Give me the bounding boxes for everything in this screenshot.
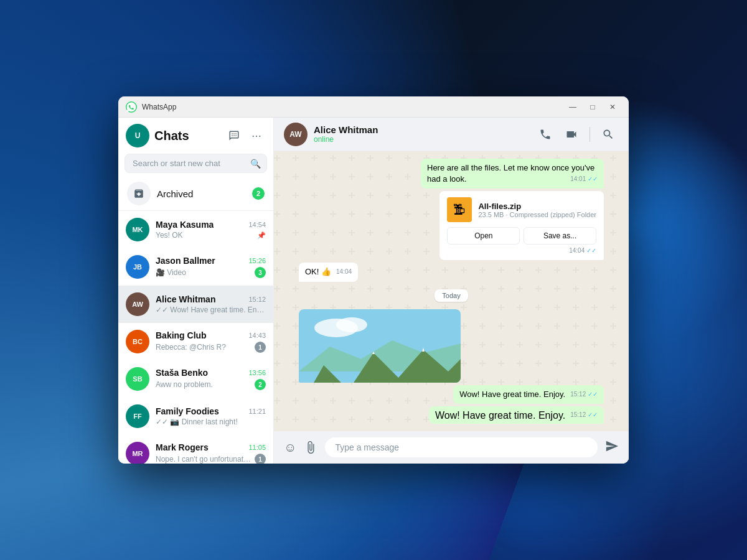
chat-bottom: Aww no problem. 2 <box>156 379 266 390</box>
chat-time: 14:43 <box>248 332 266 339</box>
chat-avatar: FF <box>126 404 149 428</box>
file-size: 23.5 MB · Compressed (zipped) Folder <box>478 211 596 218</box>
search-chat-button[interactable] <box>598 124 619 145</box>
chat-item-jason-ballmer[interactable]: JB Jason Ballmer 15:26 🎥 Video 3 <box>118 248 273 286</box>
chat-header: AW Alice Whitman online <box>274 118 629 151</box>
chat-item-alice-whitman[interactable]: AW Alice Whitman 15:12 ✓✓ Wow! Have grea… <box>118 286 273 323</box>
message-text: Wow! Have great time. Enjoy. <box>459 390 565 399</box>
chat-top: Family Foodies 11:21 <box>156 406 266 416</box>
search-box: 🔍 <box>125 154 267 173</box>
dots-icon: ⋯ <box>251 130 261 142</box>
chat-item-family-foodies[interactable]: FF Family Foodies 11:21 ✓✓ 📷 Dinner last… <box>118 398 273 435</box>
contact-status: online <box>314 135 529 144</box>
voice-call-button[interactable] <box>535 124 556 145</box>
chat-top: Baking Club 14:43 <box>156 330 266 340</box>
message-text: Here are all the files. Let me know once… <box>427 163 594 184</box>
file-actions: Open Save as... <box>447 227 596 245</box>
title-bar: WhatsApp — □ ✕ <box>118 96 629 118</box>
open-file-button[interactable]: Open <box>447 227 520 245</box>
maximize-button[interactable]: □ <box>584 100 601 114</box>
archive-icon <box>127 182 151 205</box>
chat-avatar: MR <box>126 442 149 464</box>
chat-name: Mark Rogers <box>156 442 209 452</box>
header-divider <box>590 127 590 142</box>
sidebar-actions: ⋯ <box>225 126 266 145</box>
user-avatar[interactable]: U <box>126 124 149 147</box>
whatsapp-window: WhatsApp — □ ✕ U Chats ⋯ <box>118 96 629 464</box>
emoji-button[interactable]: ☺ <box>284 441 296 455</box>
chat-name: Maya Kasuma <box>156 220 214 230</box>
chat-time: 14:54 <box>248 221 266 228</box>
contact-avatar[interactable]: AW <box>284 123 308 146</box>
chat-bottom: Yes! OK 📌 <box>156 231 266 240</box>
chat-bottom: ✓✓ Wow! Have great time. Enjoy. <box>156 306 266 314</box>
pin-icon: 📌 <box>257 231 266 240</box>
chat-content: Mark Rogers 11:05 Nope. I can't go unfor… <box>156 442 266 464</box>
chat-top: Staša Benko 13:56 <box>156 368 266 378</box>
search-input[interactable] <box>125 154 267 173</box>
message-input[interactable] <box>325 437 598 457</box>
photo-message: So beautiful here! 15:06 ❤️ <box>299 309 461 383</box>
file-info: All-files.zip 23.5 MB · Compressed (zipp… <box>478 202 596 218</box>
chat-content: Alice Whitman 15:12 ✓✓ Wow! Have great t… <box>156 294 266 314</box>
new-chat-button[interactable] <box>225 126 243 145</box>
unread-badge: 1 <box>255 454 266 464</box>
window-title: WhatsApp <box>142 103 564 111</box>
sidebar-header: U Chats ⋯ <box>118 118 273 151</box>
archived-row[interactable]: Archived 2 <box>118 177 273 211</box>
file-header: 🗜 All-files.zip 23.5 MB · Compressed (zi… <box>447 197 596 222</box>
chat-name: Alice Whitman <box>156 294 215 304</box>
contact-info: Alice Whitman online <box>314 124 529 144</box>
messages-area: Here are all the files. Let me know once… <box>274 151 629 431</box>
message-time: 15:12 ✓✓ <box>570 390 598 399</box>
message-time: 15:12 ✓✓ <box>570 411 598 418</box>
chat-time: 11:21 <box>248 408 266 415</box>
chat-content: Maya Kasuma 14:54 Yes! OK 📌 <box>156 220 266 240</box>
chat-item-baking-club[interactable]: BC Baking Club 14:43 Rebecca: @Chris R? … <box>118 323 273 360</box>
chat-preview: 🎥 Video <box>156 268 252 277</box>
app-body: U Chats ⋯ 🔍 <box>118 118 629 464</box>
chat-name: Jason Ballmer <box>156 256 215 266</box>
chat-top: Maya Kasuma 14:54 <box>156 220 266 230</box>
window-controls: — □ ✕ <box>564 100 621 114</box>
message-input-area: ☺ <box>274 431 629 464</box>
file-message: 🗜 All-files.zip 23.5 MB · Compressed (zi… <box>439 191 604 260</box>
chat-top: Jason Ballmer 15:26 <box>156 256 266 266</box>
close-button[interactable]: ✕ <box>604 100 621 114</box>
chat-item-mark-rogers[interactable]: MR Mark Rogers 11:05 Nope. I can't go un… <box>118 435 273 464</box>
chat-item-maya-kasuma[interactable]: MK Maya Kasuma 14:54 Yes! OK 📌 <box>118 211 273 248</box>
archived-label: Archived <box>157 189 246 199</box>
chat-preview: ✓✓ 📷 Dinner last night! <box>156 418 266 426</box>
save-file-button[interactable]: Save as... <box>524 227 596 245</box>
file-name: All-files.zip <box>478 202 596 211</box>
attach-button[interactable] <box>304 441 317 454</box>
chat-preview: Yes! OK <box>156 231 257 240</box>
chat-preview: Rebecca: @Chris R? <box>156 343 252 352</box>
unread-badge: 2 <box>255 379 266 390</box>
chat-bottom: Rebecca: @Chris R? 1 <box>156 342 266 353</box>
chat-name: Baking Club <box>156 330 207 340</box>
file-type-icon: 🗜 <box>447 197 472 222</box>
chat-content: Jason Ballmer 15:26 🎥 Video 3 <box>156 256 266 278</box>
date-divider: Today <box>299 289 604 302</box>
video-call-button[interactable] <box>561 124 582 145</box>
chat-content: Staša Benko 13:56 Aww no problem. 2 <box>156 368 266 390</box>
search-icon: 🔍 <box>250 159 261 169</box>
photo-image <box>299 309 461 383</box>
read-ticks: ✓✓ <box>588 175 598 182</box>
sidebar: U Chats ⋯ 🔍 <box>118 118 274 464</box>
message-sent: Here are all the files. Let me know once… <box>421 159 604 189</box>
date-label: Today <box>435 289 467 302</box>
read-ticks: ✓✓ <box>588 411 598 418</box>
chat-time: 15:26 <box>248 257 266 264</box>
minimize-button[interactable]: — <box>564 100 581 114</box>
chat-top: Alice Whitman 15:12 <box>156 294 266 304</box>
chat-bottom: ✓✓ 📷 Dinner last night! <box>156 418 266 426</box>
file-time: 14:04 ✓✓ <box>447 247 596 254</box>
chat-item-stasa-benko[interactable]: SB Staša Benko 13:56 Aww no problem. 2 <box>118 360 273 398</box>
chat-preview: Aww no problem. <box>156 380 252 389</box>
contact-name: Alice Whitman <box>314 124 529 135</box>
more-options-button[interactable]: ⋯ <box>247 126 266 145</box>
chat-time: 13:56 <box>248 369 266 376</box>
send-button[interactable] <box>605 439 619 456</box>
